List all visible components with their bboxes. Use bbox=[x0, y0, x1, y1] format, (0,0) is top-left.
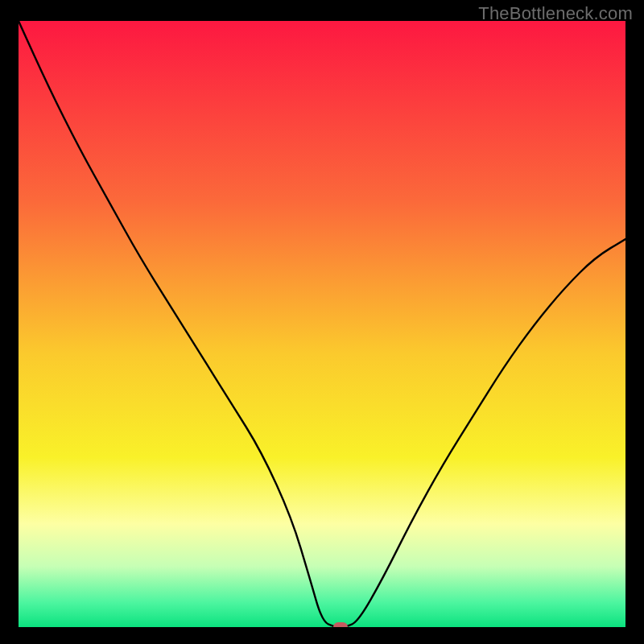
watermark-text: TheBottleneck.com bbox=[478, 3, 633, 24]
optimum-marker bbox=[333, 622, 348, 627]
plot-area bbox=[19, 21, 625, 627]
chart-svg bbox=[19, 21, 625, 627]
chart-container: TheBottleneck.com bbox=[0, 0, 644, 644]
